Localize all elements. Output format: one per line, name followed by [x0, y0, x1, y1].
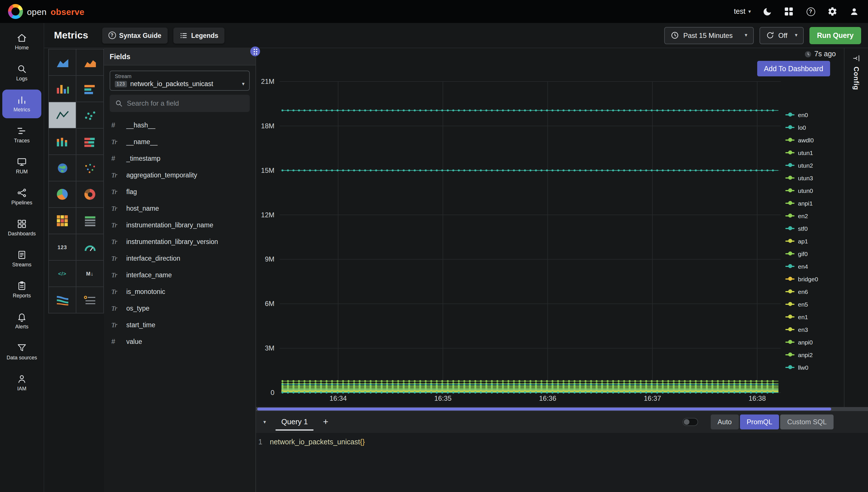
charttype-area-spline[interactable]: [76, 49, 103, 75]
mode-custom-sql-button[interactable]: Custom SQL: [780, 415, 834, 429]
stream-selector[interactable]: Stream 123 network_io_packets_unicast: [110, 71, 250, 91]
charttype-geomap[interactable]: [49, 155, 76, 181]
legend-item[interactable]: utun3: [785, 174, 818, 181]
charttype-area[interactable]: [49, 49, 76, 75]
field-item[interactable]: Tris_monotonic: [104, 283, 255, 300]
legend-item[interactable]: anpi2: [785, 351, 818, 358]
run-query-button[interactable]: Run Query: [810, 27, 861, 44]
query-editor[interactable]: 1 network_io_packets_unicast{}: [256, 433, 868, 492]
collapse-query-icon[interactable]: [259, 417, 270, 427]
field-item[interactable]: #_timestamp: [104, 150, 255, 167]
help-icon[interactable]: [805, 6, 816, 17]
charttype-sankey[interactable]: [49, 287, 76, 313]
sidebar-item-traces[interactable]: Traces: [2, 121, 41, 149]
field-item[interactable]: Tros_type: [104, 300, 255, 316]
charttype-table[interactable]: [76, 208, 103, 233]
field-search-input[interactable]: [127, 99, 245, 107]
field-item[interactable]: Traggregation_temporality: [104, 167, 255, 183]
legend-item[interactable]: en6: [785, 288, 818, 295]
charttype-stacked-bar[interactable]: [49, 129, 76, 154]
scrollbar-thumb[interactable]: [257, 408, 831, 411]
legend-item[interactable]: llw0: [785, 364, 818, 371]
field-item[interactable]: Trstart_time: [104, 316, 255, 333]
svg-text:12M: 12M: [261, 211, 274, 219]
collapse-panel-icon[interactable]: [852, 54, 861, 63]
field-search[interactable]: [110, 95, 250, 112]
charttype-heatmap[interactable]: [49, 208, 76, 233]
settings-gear-icon[interactable]: [827, 6, 838, 17]
sidebar-item-metrics[interactable]: Metrics: [2, 90, 41, 118]
horizontal-scrollbar[interactable]: [256, 407, 868, 411]
charttype-html[interactable]: [49, 261, 76, 287]
field-item[interactable]: Trinterface_name: [104, 266, 255, 283]
field-item[interactable]: Trinterface_direction: [104, 250, 255, 266]
charttype-custom-chart[interactable]: [76, 287, 103, 313]
legend-item[interactable]: lo0: [785, 124, 818, 131]
charttype-markdown[interactable]: [76, 261, 103, 287]
legend-item[interactable]: utun0: [785, 187, 818, 194]
sidebar-item-iam[interactable]: IAM: [2, 369, 41, 397]
sidebar-item-reports[interactable]: Reports: [2, 275, 41, 304]
refresh-interval-selector[interactable]: Off: [760, 27, 804, 44]
legend-item[interactable]: stf0: [785, 225, 818, 232]
timeseries-chart[interactable]: 03M6M9M12M15M18M21M16:3416:3516:3616:371…: [256, 48, 844, 407]
charttype-scatter[interactable]: [76, 102, 103, 128]
legend-item[interactable]: en1: [785, 314, 818, 320]
sidebar-item-dashboards[interactable]: Dashboards: [2, 214, 41, 242]
charttype-gauge[interactable]: [76, 234, 103, 260]
sidebar-item-pipelines[interactable]: Pipelines: [2, 182, 41, 211]
sidebar-item-logs[interactable]: Logs: [2, 58, 41, 87]
legend-item[interactable]: anpi0: [785, 339, 818, 346]
charttype-horizontal-bar[interactable]: [76, 76, 103, 102]
svg-text:21M: 21M: [261, 77, 274, 85]
charttype-donut[interactable]: [76, 181, 103, 207]
refresh-icon: [766, 31, 774, 40]
profile-avatar-icon[interactable]: [848, 6, 860, 17]
legend-item[interactable]: anpi1: [785, 200, 818, 207]
field-item[interactable]: #__hash__: [104, 117, 255, 133]
query-tab[interactable]: Query 1: [276, 413, 314, 430]
query-text[interactable]: network_io_packets_unicast{}: [270, 438, 365, 446]
mode-promql-button[interactable]: PromQL: [740, 415, 779, 429]
charttype-line[interactable]: [49, 102, 76, 128]
legend-label: bridge0: [798, 275, 818, 282]
legend-item[interactable]: en5: [785, 301, 818, 308]
legends-button[interactable]: Legends: [173, 27, 225, 43]
legend-item[interactable]: utun1: [785, 149, 818, 156]
legend-item[interactable]: awdl0: [785, 137, 818, 144]
apps-grid-icon[interactable]: [783, 6, 795, 17]
sidebar-item-home[interactable]: Home: [2, 28, 41, 56]
sidebar-item-alerts[interactable]: Alerts: [2, 306, 41, 335]
charttype-horizontal-stacked-bar[interactable]: [76, 129, 103, 154]
field-item[interactable]: Trflag: [104, 183, 255, 200]
mode-auto-button[interactable]: Auto: [711, 415, 739, 429]
legend-item[interactable]: utun2: [785, 162, 818, 169]
field-item[interactable]: Trhost_name: [104, 200, 255, 217]
field-item[interactable]: Trinstrumentation_library_version: [104, 233, 255, 250]
sidebar-item-streams[interactable]: Streams: [2, 245, 41, 273]
config-tab[interactable]: Config: [852, 67, 860, 90]
legend-item[interactable]: en4: [785, 263, 818, 270]
sidebar-item-data-sources[interactable]: Data sources: [2, 338, 41, 366]
org-selector[interactable]: test: [734, 7, 751, 16]
time-range-selector[interactable]: Past 15 Minutes: [664, 27, 753, 44]
legend-item[interactable]: ap1: [785, 238, 818, 245]
legend-item[interactable]: en3: [785, 326, 818, 333]
field-item[interactable]: Tr__name__: [104, 133, 255, 150]
syntax-guide-button[interactable]: Syntax Guide: [102, 27, 168, 43]
sidebar-item-rum[interactable]: RUM: [2, 152, 41, 180]
legend-item[interactable]: en0: [785, 112, 818, 118]
charttype-maps[interactable]: [76, 155, 103, 181]
field-item[interactable]: #value: [104, 333, 255, 350]
legend-item[interactable]: gif0: [785, 250, 818, 257]
add-query-button[interactable]: [320, 417, 332, 427]
charttype-pie[interactable]: [49, 181, 76, 207]
field-item[interactable]: Trinstrumentation_library_name: [104, 217, 255, 233]
charttype-bar[interactable]: [49, 76, 76, 102]
editor-toggle[interactable]: [683, 418, 698, 426]
legend-item[interactable]: bridge0: [785, 275, 818, 282]
dark-mode-moon-icon[interactable]: [761, 6, 773, 17]
brand[interactable]: open observe: [8, 4, 84, 19]
legend-item[interactable]: en2: [785, 213, 818, 219]
charttype-metric-text[interactable]: [49, 234, 76, 260]
